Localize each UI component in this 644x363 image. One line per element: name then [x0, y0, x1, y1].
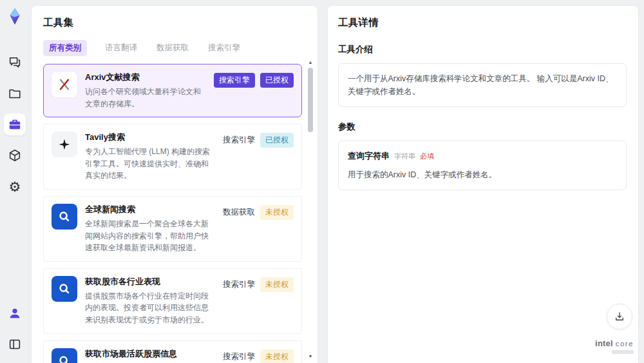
sidebar-item-chat[interactable] [4, 52, 26, 74]
scroll-up-icon[interactable]: ▲ [308, 60, 313, 65]
auth-status-badge: 未授权 [260, 349, 294, 363]
tab-search-engine[interactable]: 搜索引擎 [207, 40, 242, 56]
active-stock-icon [52, 348, 77, 363]
tool-card-arxiv[interactable]: Arxiv文献搜索 访问各个研究领域大量科学论文和文章的存储库。 搜索引擎 已授… [43, 64, 302, 117]
sidebar-item-tools[interactable] [4, 113, 26, 135]
tool-name: Arxiv文献搜索 [85, 72, 206, 83]
chat-icon [8, 55, 22, 70]
tool-desc: 专为人工智能代理 (LLM) 构建的搜索引擎工具。可快速提供实时、准确和真实的结… [85, 146, 215, 182]
app-rail: ⚙ [0, 0, 30, 363]
tab-translation[interactable]: 语言翻译 [104, 40, 138, 56]
news-search-icon [52, 204, 77, 230]
category-label: 搜索引擎 [223, 133, 255, 148]
tool-desc: 提供股票市场各个行业在特定时间段内的表现。投资者可以利用这些信息来识别表现优于或… [85, 290, 215, 326]
brand-intel: intel [595, 338, 613, 348]
tool-name: 获取市场最活跃股票信息 [85, 348, 215, 360]
intel-core-logo: intel core [595, 338, 634, 354]
tool-card-active-stocks[interactable]: 获取市场最活跃股票信息 提供当天交易量最高的股票列表，投资者可以利用这些信息来识… [43, 340, 302, 363]
param-required-badge: 必填 [420, 151, 434, 162]
tab-all-categories[interactable]: 所有类别 [43, 40, 87, 56]
param-name: 查询字符串 [348, 150, 390, 163]
scrollbar-thumb[interactable] [308, 68, 313, 132]
tool-desc: 访问各个研究领域大量科学论文和文章的存储库。 [85, 86, 206, 110]
sparkle-icon [52, 132, 77, 157]
tool-desc: 全球新闻搜索是一个聚合全球各大新闻网站内容的搜索引擎，帮助用户快速获取全球最新资… [85, 218, 215, 254]
intro-box: 一个用于从Arxiv存储库搜索科学论文和文章的工具。 输入可以是Arxiv ID… [338, 63, 627, 107]
sidebar-item-account[interactable] [4, 302, 26, 324]
category-badge: 搜索引擎 [214, 73, 255, 88]
folder-icon [8, 86, 22, 101]
category-label: 搜索引擎 [223, 349, 255, 363]
tool-card-stock-sector[interactable]: 获取股市各行业表现 提供股票市场各个行业在特定时间段内的表现。投资者可以利用这些… [43, 268, 302, 334]
category-tabs: 所有类别 语言翻译 数据获取 搜索引擎 [43, 40, 302, 56]
brand-subtext [612, 350, 634, 354]
tool-list-panel: 工具集 所有类别 语言翻译 数据获取 搜索引擎 Arxiv文献搜索 访问各个研究… [31, 5, 318, 363]
download-icon [614, 311, 625, 322]
auth-status-badge: 已授权 [260, 133, 294, 148]
brand-core: core [616, 340, 634, 348]
app-logo-icon [5, 6, 24, 26]
tool-card-global-news[interactable]: 全球新闻搜索 全球新闻搜索是一个聚合全球各大新闻网站内容的搜索引擎，帮助用户快速… [43, 196, 302, 262]
category-label: 数据获取 [223, 205, 255, 220]
arxiv-icon [52, 72, 77, 97]
tool-detail-panel: 工具详情 工具介绍 一个用于从Arxiv存储库搜索科学论文和文章的工具。 输入可… [327, 5, 639, 363]
download-button[interactable] [607, 304, 632, 329]
intro-heading: 工具介绍 [338, 44, 627, 55]
user-icon [8, 306, 22, 320]
cube-icon [8, 148, 22, 162]
tool-list-scrollbar[interactable]: ▲ ▼ [307, 60, 314, 359]
detail-title: 工具详情 [338, 16, 627, 30]
tool-name: 全球新闻搜索 [85, 204, 215, 215]
panel-toggle-icon [8, 337, 22, 351]
tool-name: 获取股市各行业表现 [85, 276, 215, 288]
gear-icon: ⚙ [9, 180, 21, 193]
sidebar-item-files[interactable] [4, 83, 26, 104]
params-heading: 参数 [338, 121, 627, 133]
param-desc: 用于搜索的Arxiv ID、关键字或作者姓名。 [348, 168, 617, 181]
tool-card-tavily[interactable]: Tavily搜索 专为人工智能代理 (LLM) 构建的搜索引擎工具。可快速提供实… [43, 124, 302, 190]
auth-status-badge: 已授权 [260, 73, 294, 88]
tool-list: Arxiv文献搜索 访问各个研究领域大量科学论文和文章的存储库。 搜索引擎 已授… [43, 64, 302, 363]
tab-data-fetch[interactable]: 数据获取 [155, 40, 190, 56]
category-label: 搜索引擎 [223, 277, 255, 292]
sidebar-item-packages[interactable] [4, 144, 26, 166]
toolbox-icon [8, 117, 22, 132]
sidebar-item-settings[interactable]: ⚙ [4, 175, 26, 197]
param-box: 查询字符串 字符串 必填 用于搜索的Arxiv ID、关键字或作者姓名。 [338, 141, 627, 190]
stock-sector-icon [52, 276, 77, 302]
param-type: 字符串 [394, 151, 415, 162]
tool-name: Tavily搜索 [85, 132, 215, 143]
scroll-down-icon[interactable]: ▼ [308, 354, 313, 359]
auth-status-badge: 未授权 [260, 205, 294, 220]
collapse-panel-button[interactable] [4, 333, 26, 355]
page-title: 工具集 [43, 16, 302, 30]
auth-status-badge: 未授权 [260, 277, 294, 292]
